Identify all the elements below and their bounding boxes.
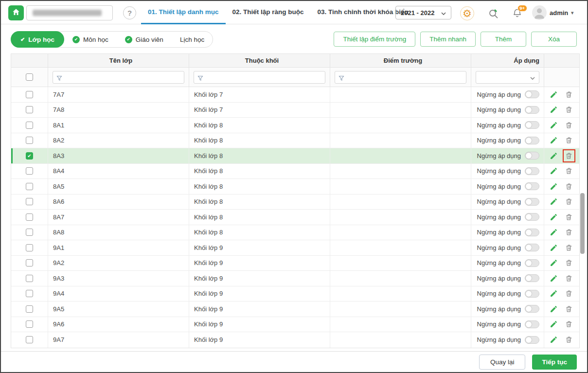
edit-pencil-icon[interactable] <box>549 258 559 268</box>
xoa-button[interactable]: Xóa <box>531 32 577 47</box>
row-checkbox[interactable] <box>26 259 33 266</box>
apply-toggle[interactable] <box>525 167 539 175</box>
delete-trash-icon[interactable] <box>563 211 575 224</box>
table-row[interactable]: 9A2Khối lớp 9Ngừng áp dụng <box>11 256 579 271</box>
apply-toggle[interactable] <box>525 90 539 98</box>
table-row[interactable]: 8A1Khối lớp 8Ngừng áp dụng <box>11 118 579 133</box>
row-checkbox[interactable] <box>26 167 33 175</box>
search-icon[interactable] <box>486 6 501 21</box>
table-row[interactable]: 8A4Khối lớp 8Ngừng áp dụng <box>11 164 579 179</box>
chip-lich-hoc[interactable]: Lịch học <box>172 31 213 48</box>
delete-trash-icon[interactable] <box>563 226 575 239</box>
column-header[interactable]: Thuộc khối <box>189 54 330 67</box>
delete-trash-icon[interactable] <box>563 287 575 300</box>
them-button[interactable]: Thêm <box>481 32 526 47</box>
row-checkbox[interactable] <box>26 244 33 251</box>
table-row[interactable]: 8A2Khối lớp 8Ngừng áp dụng <box>11 133 579 149</box>
delete-trash-icon[interactable] <box>563 272 575 285</box>
filter-input[interactable] <box>194 71 325 84</box>
row-checkbox[interactable] <box>26 275 33 282</box>
filter-input[interactable] <box>53 71 184 84</box>
edit-pencil-icon[interactable] <box>549 181 559 192</box>
row-checkbox[interactable] <box>26 198 33 205</box>
row-checkbox[interactable] <box>26 183 33 190</box>
delete-trash-icon[interactable] <box>563 149 575 162</box>
help-icon[interactable]: ? <box>123 6 136 19</box>
edit-pencil-icon[interactable] <box>549 105 559 115</box>
edit-pencil-icon[interactable] <box>549 288 559 299</box>
table-row[interactable]: 8A8Khối lớp 8Ngừng áp dụng <box>11 225 579 241</box>
row-checkbox[interactable] <box>26 137 33 144</box>
avatar[interactable] <box>532 5 547 20</box>
edit-pencil-icon[interactable] <box>549 273 559 284</box>
delete-trash-icon[interactable] <box>563 318 575 331</box>
edit-pencil-icon[interactable] <box>549 212 559 222</box>
row-checkbox[interactable] <box>26 229 33 236</box>
apply-toggle[interactable] <box>525 274 539 282</box>
select-all-checkbox[interactable] <box>26 73 33 81</box>
column-header[interactable]: Tên lớp <box>48 54 189 67</box>
continue-button[interactable]: Tiếp tục <box>532 355 577 370</box>
edit-pencil-icon[interactable] <box>549 227 559 238</box>
apply-filter-select[interactable] <box>476 71 539 84</box>
apply-toggle[interactable] <box>525 137 539 144</box>
edit-pencil-icon[interactable] <box>549 150 559 161</box>
column-header[interactable]: Áp dụng <box>471 54 544 67</box>
delete-trash-icon[interactable] <box>563 134 575 147</box>
thiet-lap-diem-truong-button[interactable]: Thiết lập điểm trường <box>334 32 415 47</box>
edit-pencil-icon[interactable] <box>549 303 559 314</box>
table-row[interactable]: 9A3Khối lớp 9Ngừng áp dụng <box>11 271 579 286</box>
edit-pencil-icon[interactable] <box>549 196 559 207</box>
edit-pencil-icon[interactable] <box>549 335 559 345</box>
apply-toggle[interactable] <box>525 213 539 221</box>
notifications-bell-icon[interactable]: 9+ <box>510 6 524 21</box>
apply-toggle[interactable] <box>525 320 539 328</box>
table-row[interactable]: 9A7Khối lớp 9Ngừng áp dụng <box>11 332 579 348</box>
row-checkbox[interactable] <box>26 320 33 328</box>
vertical-scrollbar-thumb[interactable] <box>580 193 585 254</box>
delete-trash-icon[interactable] <box>563 119 575 132</box>
table-row[interactable]: 8A6Khối lớp 8Ngừng áp dụng <box>11 195 579 210</box>
row-checkbox[interactable] <box>26 91 33 98</box>
apply-toggle[interactable] <box>525 198 539 206</box>
delete-trash-icon[interactable] <box>563 333 575 346</box>
table-row[interactable]: 9A4Khối lớp 9Ngừng áp dụng <box>11 286 579 302</box>
delete-trash-icon[interactable] <box>563 103 575 116</box>
table-row[interactable]: 9A6Khối lớp 9Ngừng áp dụng <box>11 317 579 333</box>
apply-toggle[interactable] <box>525 305 539 313</box>
tab-thiet-lap-danh-muc[interactable]: 01. Thiết lập danh mục <box>141 1 226 24</box>
apply-toggle[interactable] <box>525 259 539 267</box>
settings-gear-icon[interactable]: ⚙ <box>460 6 474 20</box>
them-nhanh-button[interactable]: Thêm nhanh <box>420 32 476 47</box>
user-name[interactable]: admin <box>550 1 568 24</box>
table-row[interactable]: 8A5Khối lớp 8Ngừng áp dụng <box>11 179 579 195</box>
row-checkbox[interactable] <box>26 290 33 297</box>
row-checkbox[interactable] <box>26 336 33 343</box>
table-row[interactable]: 9A1Khối lớp 9Ngừng áp dụng <box>11 240 579 256</box>
apply-toggle[interactable] <box>525 229 539 236</box>
chip-giao-vien[interactable]: ✔Giáo viên <box>117 31 172 48</box>
chip-mon-hoc[interactable]: ✔Môn học <box>64 31 117 48</box>
edit-pencil-icon[interactable] <box>549 242 559 253</box>
delete-trash-icon[interactable] <box>563 241 575 254</box>
column-header[interactable]: Điểm trường <box>330 54 471 67</box>
delete-trash-icon[interactable] <box>563 88 575 101</box>
chip-lop-hoc[interactable]: ✔Lớp học <box>11 31 64 48</box>
edit-pencil-icon[interactable] <box>549 166 559 177</box>
home-button[interactable] <box>8 5 24 20</box>
year-dropdown[interactable]: 2021 - 2022 <box>395 6 451 19</box>
row-checkbox[interactable]: ✔ <box>26 152 33 160</box>
delete-trash-icon[interactable] <box>563 256 575 269</box>
apply-toggle[interactable] <box>525 106 539 114</box>
row-checkbox[interactable] <box>26 106 33 113</box>
delete-trash-icon[interactable] <box>563 195 575 208</box>
table-row[interactable]: 7A8Khối lớp 7Ngừng áp dụng <box>11 103 579 118</box>
table-row[interactable]: 9A5Khối lớp 9Ngừng áp dụng <box>11 302 579 317</box>
user-menu-chevron-icon[interactable]: ▾ <box>571 1 574 24</box>
apply-toggle[interactable] <box>525 121 539 129</box>
delete-trash-icon[interactable] <box>563 164 575 178</box>
apply-toggle[interactable] <box>525 152 539 160</box>
table-row[interactable]: 8A7Khối lớp 8Ngừng áp dụng <box>11 210 579 225</box>
filter-input[interactable] <box>335 71 466 84</box>
back-button[interactable]: Quay lại <box>479 355 526 370</box>
